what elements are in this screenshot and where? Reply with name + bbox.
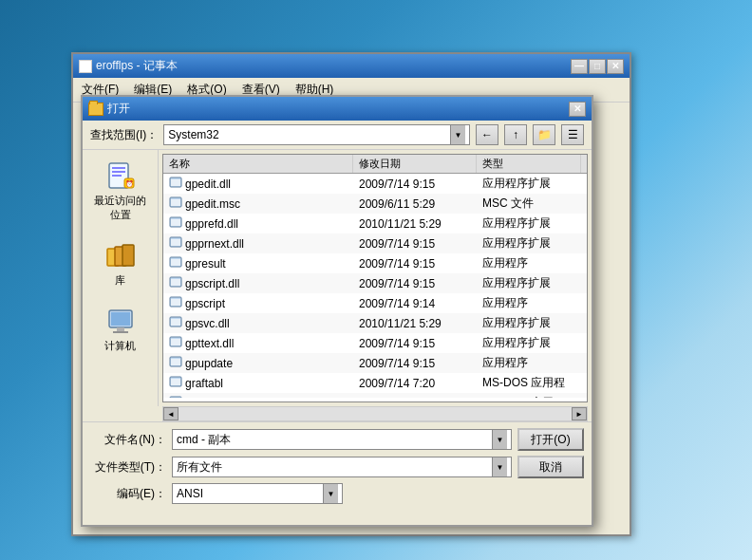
toolbar-view-btn[interactable]: ☰ bbox=[561, 124, 584, 145]
dialog-bottom: 文件名(N)： cmd - 副本 ▼ 打开(O) 文件类型(T)： 所有文件 ▼… bbox=[83, 421, 592, 510]
hscroll-left-btn[interactable]: ◄ bbox=[163, 407, 179, 420]
svg-rect-26 bbox=[171, 299, 180, 306]
dialog-body: ⏰ 最近访问的位置 库 bbox=[83, 150, 592, 406]
file-icon bbox=[169, 355, 182, 371]
notepad-close-btn[interactable]: ✕ bbox=[607, 59, 624, 74]
recent-icon: ⏰ bbox=[105, 161, 136, 192]
encoding-label: 编码(E)： bbox=[90, 486, 166, 502]
file-name-text: graftabl bbox=[185, 377, 223, 390]
encoding-row: 编码(E)： ANSI ▼ bbox=[90, 483, 584, 504]
notepad-maximize-btn[interactable]: □ bbox=[589, 59, 606, 74]
file-name-cell: gpedit.dll bbox=[163, 175, 353, 193]
file-row[interactable]: gpprnext.dll 2009/7/14 9:15 应用程序扩展 bbox=[163, 233, 587, 253]
open-dialog-close-btn[interactable]: ✕ bbox=[569, 102, 586, 117]
svg-rect-14 bbox=[171, 179, 180, 186]
dialog-toolbar: 查找范围(I)： System32 ▼ ← ↑ 📁 ☰ bbox=[83, 121, 592, 150]
open-btn[interactable]: 打开(O) bbox=[517, 428, 584, 451]
notepad-title-left: erofflps - 记事本 bbox=[79, 58, 178, 74]
file-type-cell: 应用程序扩展 bbox=[477, 215, 581, 233]
filetype-label: 文件类型(T)： bbox=[90, 459, 166, 476]
file-type-cell: 应用程序扩展 bbox=[477, 274, 581, 292]
filename-row: 文件名(N)： cmd - 副本 ▼ 打开(O) bbox=[90, 428, 584, 451]
sidebar-item-library[interactable]: 库 bbox=[87, 237, 154, 291]
file-icon bbox=[169, 295, 182, 311]
open-dialog-titlebar: 打开 ✕ bbox=[83, 97, 592, 121]
file-name-cell: gpprefd.dll bbox=[163, 215, 353, 233]
file-date-cell: 2009/7/14 7:20 bbox=[353, 376, 477, 391]
notepad-minimize-btn[interactable]: — bbox=[571, 59, 588, 74]
file-type-cell: 应用程序扩展 bbox=[477, 175, 581, 193]
filename-combo-arrow[interactable]: ▼ bbox=[492, 430, 507, 449]
file-row[interactable]: gpttext.dll 2009/7/14 9:15 应用程序扩展 bbox=[163, 333, 587, 353]
col-header-type[interactable]: 类型 bbox=[477, 155, 581, 173]
file-row[interactable]: gpscript 2009/7/14 9:14 应用程序 bbox=[163, 293, 587, 313]
open-dialog: 打开 ✕ 查找范围(I)： System32 ▼ ← ↑ 📁 ☰ bbox=[81, 95, 593, 527]
sidebar-recent-label: 最近访问的位置 bbox=[91, 194, 150, 222]
file-type-cell: 应用程序 bbox=[477, 254, 581, 272]
location-combo[interactable]: System32 ▼ bbox=[163, 124, 470, 145]
filetype-input[interactable]: 所有文件 ▼ bbox=[172, 457, 512, 477]
file-icon bbox=[169, 275, 182, 291]
sidebar-library-label: 库 bbox=[115, 273, 125, 288]
svg-rect-16 bbox=[171, 199, 180, 206]
svg-rect-24 bbox=[171, 279, 180, 286]
svg-rect-3 bbox=[112, 175, 122, 177]
file-date-cell: 2009/7/14 9:15 bbox=[353, 236, 477, 252]
svg-rect-8 bbox=[122, 245, 134, 266]
file-row[interactable]: gpedit.msc 2009/6/11 5:29 MSC 文件 bbox=[163, 194, 587, 214]
encoding-combo-arrow[interactable]: ▼ bbox=[323, 484, 338, 503]
file-row[interactable]: gpresult 2009/7/14 9:15 应用程序 bbox=[163, 253, 587, 273]
notepad-icon bbox=[79, 60, 92, 73]
file-row[interactable]: gpscript.dll 2009/7/14 9:15 应用程序扩展 bbox=[163, 273, 587, 293]
cancel-btn[interactable]: 取消 bbox=[517, 456, 584, 478]
sidebar-item-recent[interactable]: ⏰ 最近访问的位置 bbox=[87, 158, 154, 226]
svg-text:⏰: ⏰ bbox=[124, 179, 133, 188]
file-row[interactable]: gpupdate 2009/7/14 9:15 应用程序 bbox=[163, 353, 587, 373]
file-row[interactable]: graftabl 2009/7/14 7:20 MS-DOS 应用程 bbox=[163, 373, 587, 393]
filetype-value: 所有文件 bbox=[177, 459, 222, 476]
sidebar: ⏰ 最近访问的位置 库 bbox=[83, 150, 159, 406]
file-icon bbox=[169, 255, 182, 271]
hscroll-right-btn[interactable]: ► bbox=[572, 407, 587, 420]
notepad-titlebar: erofflps - 记事本 — □ ✕ bbox=[73, 54, 630, 78]
open-dialog-title: 打开 bbox=[107, 101, 130, 117]
file-row[interactable]: GRAPHICS 2009/7/14 5:41 MS-DOS 应用程 bbox=[163, 393, 587, 398]
filename-value: cmd - 副本 bbox=[177, 432, 231, 448]
file-name-text: GRAPHICS bbox=[185, 397, 245, 399]
svg-rect-28 bbox=[171, 319, 180, 326]
file-icon bbox=[169, 395, 182, 398]
col-header-name[interactable]: 名称 bbox=[163, 155, 353, 173]
library-icon bbox=[105, 241, 136, 271]
file-type-cell: MS-DOS 应用程 bbox=[477, 374, 581, 392]
toolbar-up-btn[interactable]: ↑ bbox=[504, 124, 527, 145]
file-list-body[interactable]: gpedit.dll 2009/7/14 9:15 应用程序扩展 gpedit.… bbox=[163, 174, 587, 398]
file-type-cell: 应用程序扩展 bbox=[477, 234, 581, 252]
location-label: 查找范围(I)： bbox=[90, 127, 158, 143]
filetype-combo-arrow[interactable]: ▼ bbox=[492, 457, 507, 476]
file-row[interactable]: gpsvc.dll 2010/11/21 5:29 应用程序扩展 bbox=[163, 313, 587, 333]
svg-rect-2 bbox=[112, 171, 125, 173]
file-name-cell: gpresult bbox=[163, 254, 353, 272]
svg-rect-18 bbox=[171, 219, 180, 226]
file-name-text: gpedit.msc bbox=[185, 197, 240, 211]
file-date-cell: 2009/6/11 5:29 bbox=[353, 196, 477, 212]
file-name-text: gpprefd.dll bbox=[185, 217, 238, 231]
toolbar-new-folder-btn[interactable]: 📁 bbox=[533, 124, 555, 145]
file-type-cell: MSC 文件 bbox=[477, 195, 581, 213]
file-name-text: gpscript bbox=[185, 297, 225, 310]
h-scrollbar[interactable]: ◄ ► bbox=[162, 406, 588, 421]
file-row[interactable]: gpedit.dll 2009/7/14 9:15 应用程序扩展 bbox=[163, 174, 587, 194]
open-dialog-win-controls: ✕ bbox=[569, 102, 586, 117]
col-header-date[interactable]: 修改日期 bbox=[353, 155, 477, 173]
sidebar-item-computer[interactable]: 计算机 bbox=[87, 303, 154, 357]
file-date-cell: 2009/7/14 9:15 bbox=[353, 336, 477, 351]
filename-input[interactable]: cmd - 副本 ▼ bbox=[172, 429, 512, 450]
toolbar-back-btn[interactable]: ← bbox=[476, 124, 498, 145]
file-name-cell: gpscript bbox=[163, 294, 353, 312]
sidebar-computer-label: 计算机 bbox=[104, 339, 136, 353]
file-name-text: gpprnext.dll bbox=[185, 237, 244, 251]
location-combo-arrow[interactable]: ▼ bbox=[450, 125, 465, 144]
file-row[interactable]: gpprefd.dll 2010/11/21 5:29 应用程序扩展 bbox=[163, 214, 587, 233]
encoding-combo[interactable]: ANSI ▼ bbox=[172, 483, 343, 504]
file-icon bbox=[169, 375, 182, 391]
